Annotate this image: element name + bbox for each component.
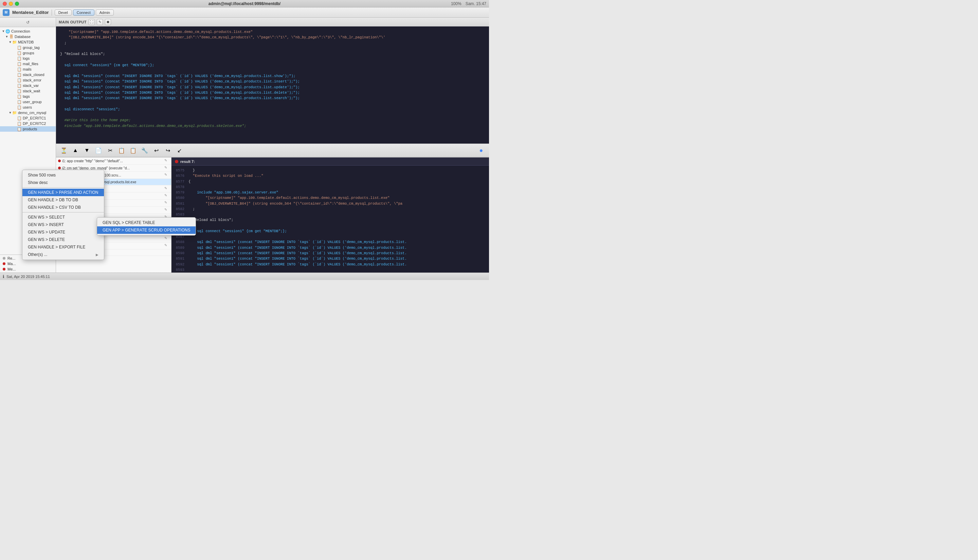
tree-item-dp-ecritc1[interactable]: 📋 DP_ECRITC1: [0, 115, 56, 121]
line-number: 8592: [175, 262, 189, 267]
tree-item-logs[interactable]: 📋 logs: [0, 56, 56, 61]
tree-label-dp-ecritc1: DP_ECRITC1: [23, 116, 46, 120]
sidebar-bottom-me[interactable]: Me...: [0, 267, 56, 272]
tree-item-mail-files[interactable]: 📋 mail_files: [0, 61, 56, 67]
output-title: MAIN OUTPUT: [59, 20, 87, 24]
tree-item-tags[interactable]: 📋 tags: [0, 94, 56, 99]
sidebar-bottom-ma-label: Ma...: [7, 262, 16, 266]
inst-item-i1[interactable]: i1: app create "http" "demo" "default"..…: [56, 157, 171, 165]
tree-item-group-tag[interactable]: 📋 group_tag: [0, 45, 56, 50]
close-button[interactable]: [3, 2, 7, 6]
tree-item-database[interactable]: ▼ 🗄 Database: [0, 34, 56, 39]
connection-icon: 🌐: [5, 29, 10, 33]
app-title: Mentalese_Editor: [12, 10, 49, 15]
edit-icon[interactable]: ✎: [164, 243, 169, 248]
edit-icon[interactable]: ✎: [164, 208, 169, 212]
tree-label-user-group: user_group: [23, 100, 42, 104]
tool-btn[interactable]: 🔧: [140, 145, 150, 155]
edit-icon[interactable]: ✎: [164, 173, 169, 178]
tree-item-mails[interactable]: 📋 mails: [0, 67, 56, 72]
minimize-button[interactable]: [9, 2, 13, 6]
tree-item-stack-closed[interactable]: 📋 stack_closed: [0, 72, 56, 77]
ctx-gen-sql-create[interactable]: GEN SQL > CREATE TABLE: [97, 219, 195, 227]
ctx-others-submenu[interactable]: Other(s) ... ▶: [22, 251, 104, 258]
line-content: "[scriptname]" "app.100.template.default…: [189, 195, 389, 201]
tree-item-connection[interactable]: ▼ 🌐 Connection: [0, 28, 56, 34]
tree-label-stack-closed: stack_closed: [23, 73, 45, 77]
code-line: "[scriptname]" "app.100.template.default…: [60, 29, 485, 35]
ctx-show-500[interactable]: Show 500 rows: [22, 172, 104, 179]
admin-tab[interactable]: Admin: [96, 10, 114, 16]
expand-icon: [13, 73, 17, 77]
refresh-button[interactable]: ↺: [25, 20, 30, 25]
table-icon: 📋: [17, 116, 22, 120]
ctx-gen-handle-export[interactable]: GEN HANDLE > EXPORT FILE: [22, 243, 104, 251]
tree-item-dp-ecritc2[interactable]: 📋 DP_ECRITC2: [0, 121, 56, 126]
output-expand-btn[interactable]: ⛶: [88, 19, 95, 25]
ctx-gen-app-scrud[interactable]: GEN APP > GENERATE SCRUD OPERATIONS: [97, 227, 195, 234]
result-line: 8579 include "app.100.obj.sajax.server.e…: [175, 190, 486, 195]
sidebar-bottom-ma[interactable]: Ma...: [0, 261, 56, 267]
tree-label-groups: groups: [23, 51, 34, 55]
ctx-show-desc[interactable]: Show desc: [22, 179, 104, 186]
devel-tab[interactable]: Devel: [55, 10, 72, 16]
tree-item-demo-cm-mysql[interactable]: ▼ 📁 demo_cm_mysql: [0, 110, 56, 115]
tree-item-products[interactable]: 📋 products: [0, 126, 56, 132]
expand-icon: [13, 67, 17, 71]
code-line: ;: [60, 40, 485, 46]
maximize-button[interactable]: [15, 2, 19, 6]
tree-label-logs: logs: [23, 56, 30, 60]
ctx-gen-ws-delete[interactable]: GEN WS > DELETE: [22, 236, 104, 243]
inst-dot: [58, 160, 61, 162]
result-line: 8587: [175, 234, 486, 239]
copy-btn[interactable]: 📋: [117, 145, 127, 155]
tree-item-stack-var[interactable]: 📋 stack_var: [0, 83, 56, 88]
page-btn[interactable]: 📄: [93, 145, 103, 155]
cut-btn[interactable]: ✂: [105, 145, 115, 155]
window-controls[interactable]: [3, 2, 19, 6]
undo-btn[interactable]: ↩: [151, 145, 161, 155]
result-line: 8575 }: [175, 168, 486, 173]
redo-btn[interactable]: ↪: [163, 145, 173, 155]
tree-label-mentdb: MENTDB: [18, 40, 33, 44]
blue-dot-btn[interactable]: ●: [476, 145, 486, 155]
ctx-gen-handle-db[interactable]: GEN HANDLE > DB TO DB: [22, 196, 104, 203]
clock: Sam. 15:47: [466, 2, 486, 6]
database-icon: 🗄: [9, 34, 13, 39]
edit-icon[interactable]: ✎: [164, 166, 169, 170]
down-btn[interactable]: ▼: [82, 145, 92, 155]
line-content: "[OBJ_OVERWRITE_B64]" (string encode_b64…: [189, 201, 402, 207]
edit-icon[interactable]: ✎: [164, 236, 169, 241]
connect-tab[interactable]: Connect: [73, 10, 94, 16]
paste-btn[interactable]: 📋: [128, 145, 138, 155]
edit-icon[interactable]: ✎: [164, 186, 169, 191]
up-btn[interactable]: ▲: [70, 145, 80, 155]
result-line: 8576 "Execute this script on load ...": [175, 173, 486, 178]
tree-item-users[interactable]: 📋 users: [0, 105, 56, 110]
output-edit-btn[interactable]: ✎: [97, 19, 103, 25]
edit-icon[interactable]: ✎: [164, 201, 169, 205]
tree-item-mentdb[interactable]: ▼ 📁 MENTDB: [0, 39, 56, 45]
line-content: sql dml "session1" (concat "INSERT IGNOR…: [189, 245, 407, 250]
tree-label-mails: mails: [23, 67, 32, 71]
hourglass-btn[interactable]: ⏳: [59, 145, 69, 155]
line-number: 8579: [175, 190, 189, 195]
arrow-btn[interactable]: ↙: [174, 145, 184, 155]
line-content: [189, 267, 190, 273]
tree-item-stack-error[interactable]: 📋 stack_error: [0, 77, 56, 83]
edit-icon[interactable]: ✎: [164, 193, 169, 198]
ctx-gen-ws-insert[interactable]: GEN WS > INSERT: [22, 221, 104, 228]
tree-item-user-group[interactable]: 📋 user_group: [0, 99, 56, 105]
tree-label-stack-var: stack_var: [23, 83, 39, 88]
ctx-gen-handle-csv[interactable]: GEN HANDLE > CSV TO DB: [22, 203, 104, 211]
output-stop-btn[interactable]: ⏹: [105, 19, 111, 25]
ctx-gen-ws-select[interactable]: GEN WS > SELECT: [22, 213, 104, 221]
ctx-gen-handle-parse[interactable]: GEN HANDLE > PARSE AND ACTION: [22, 189, 104, 196]
tree-item-groups[interactable]: 📋 groups: [0, 50, 56, 56]
status-dot: [3, 257, 5, 260]
tree-item-stack-wait[interactable]: 📋 stack_wait: [0, 88, 56, 94]
result-header: result 7:: [172, 157, 489, 166]
ctx-gen-ws-update[interactable]: GEN WS > UPDATE: [22, 228, 104, 236]
edit-icon[interactable]: ✎: [164, 158, 169, 163]
expand-icon: [13, 127, 17, 131]
